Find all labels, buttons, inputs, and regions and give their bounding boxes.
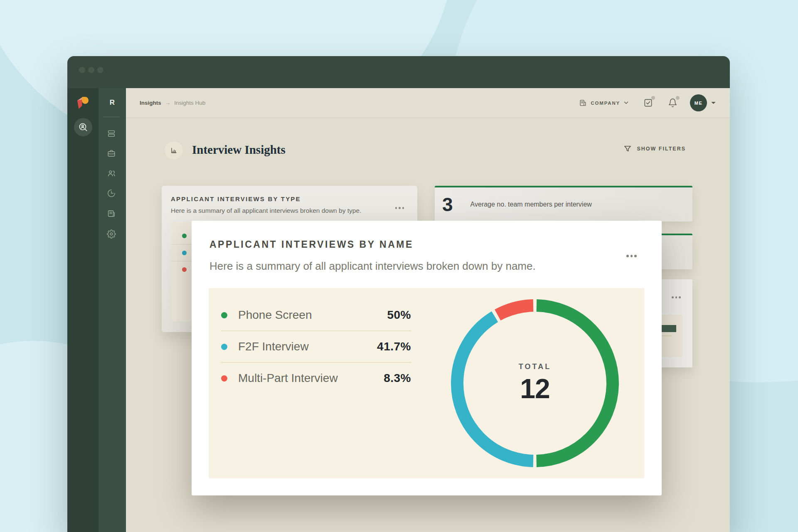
notification-dot [651, 96, 655, 100]
legend-row: F2F Interview 41.7% [221, 330, 411, 362]
company-label: COMPANY [591, 101, 620, 106]
checkbox-icon [643, 98, 653, 108]
sidebar-item-people[interactable] [107, 169, 116, 178]
legend-dot-red [221, 375, 227, 382]
people-icon [107, 169, 116, 178]
legend-value: 8.3% [384, 372, 411, 385]
legend-value: 50% [387, 308, 411, 322]
card-title: APPLICANT INTERVIEWS BY TYPE [171, 195, 301, 202]
nav-rail: R [99, 88, 126, 532]
desktop-background: R [0, 0, 798, 532]
legend-dot-green [221, 312, 227, 318]
donut-center: TOTAL 12 [448, 296, 622, 470]
tasks-button[interactable] [643, 98, 653, 108]
card-menu-button[interactable] [672, 296, 681, 298]
briefcase-icon [107, 149, 116, 158]
traffic-light-close[interactable] [79, 67, 85, 73]
sidebar-item-insights[interactable] [107, 189, 116, 198]
legend-dot-green [182, 234, 187, 238]
legend-label: F2F Interview [238, 340, 309, 353]
card-menu-button[interactable] [395, 207, 404, 209]
board-icon [107, 129, 116, 138]
donut-chart: TOTAL 12 [448, 296, 622, 470]
legend-dot-teal [221, 344, 227, 350]
avatar: ME [690, 94, 707, 111]
divider [103, 117, 120, 117]
card-subtitle: Here is a summary of all applicant inter… [209, 260, 536, 273]
total-value: 12 [520, 373, 549, 404]
total-label: TOTAL [519, 362, 551, 371]
topbar-actions: COMPANY [579, 88, 716, 118]
company-switcher[interactable]: COMPANY [579, 99, 628, 107]
notifications-button[interactable] [668, 98, 677, 108]
bell-icon [668, 98, 677, 108]
candidate-search-button[interactable] [74, 118, 92, 136]
funnel-icon [623, 145, 632, 153]
user-menu[interactable]: ME [690, 94, 716, 111]
stat-value: 3 [442, 193, 453, 216]
card-menu-button[interactable] [626, 255, 637, 257]
show-filters-label: SHOW FILTERS [637, 146, 686, 152]
legend-row: Phone Screen 50% [221, 300, 411, 330]
legend-label: Phone Screen [238, 308, 312, 322]
sidebar-item-reports[interactable] [107, 209, 116, 218]
breadcrumb-insights[interactable]: Insights [140, 100, 161, 106]
company-icon [579, 99, 587, 107]
breadcrumb-bar: Insights → Insights Hub COMPANY [126, 88, 730, 118]
logo-shape [82, 97, 89, 104]
sidebar-item-board[interactable] [107, 129, 116, 138]
traffic-light-zoom[interactable] [97, 67, 103, 73]
browser-window: R [67, 56, 730, 532]
person-search-icon [78, 122, 89, 133]
gear-icon [107, 229, 116, 239]
chevron-down-icon [624, 101, 628, 104]
breadcrumb-insights-hub: Insights Hub [174, 100, 205, 106]
workspace-tab[interactable]: R [99, 96, 126, 110]
stat-card-avg-team-members: 3 Average no. team members per interview [435, 186, 692, 222]
pinpoint-logo [77, 97, 89, 109]
pie-chart-icon [107, 189, 116, 198]
sidebar-item-jobs[interactable] [107, 149, 116, 158]
legend-row: Multi-Part Interview 8.3% [221, 362, 411, 394]
notification-dot [676, 96, 680, 100]
donut-legend: Phone Screen 50% F2F Interview 41.7% Mul… [221, 300, 411, 394]
chart-panel: Phone Screen 50% F2F Interview 41.7% Mul… [209, 288, 644, 478]
app-rail [67, 88, 99, 532]
card-subtitle: Here is a summary of all applicant inter… [171, 207, 361, 214]
window-titlebar [67, 56, 730, 88]
bar-chart-icon [169, 146, 178, 155]
card-title: APPLICANT INTERVIEWS BY NAME [209, 239, 414, 250]
stat-label: Average no. team members per interview [470, 201, 592, 208]
legend-value: 41.7% [377, 340, 411, 353]
show-filters-button[interactable]: SHOW FILTERS [623, 145, 686, 153]
sidebar-item-settings[interactable] [107, 229, 116, 239]
page-icon-badge [165, 141, 183, 160]
legend-label: Multi-Part Interview [238, 372, 338, 385]
chevron-down-icon [711, 101, 716, 104]
report-icon [107, 209, 116, 218]
breadcrumb-arrow-icon: → [165, 100, 171, 106]
card-interviews-by-name: APPLICANT INTERVIEWS BY NAME Here is a s… [192, 221, 662, 495]
page-title: Interview Insights [192, 143, 286, 157]
legend-dot-teal [182, 251, 187, 255]
breadcrumb: Insights → Insights Hub [140, 88, 205, 118]
legend-dot-red [182, 267, 187, 272]
traffic-light-minimize[interactable] [88, 67, 94, 73]
